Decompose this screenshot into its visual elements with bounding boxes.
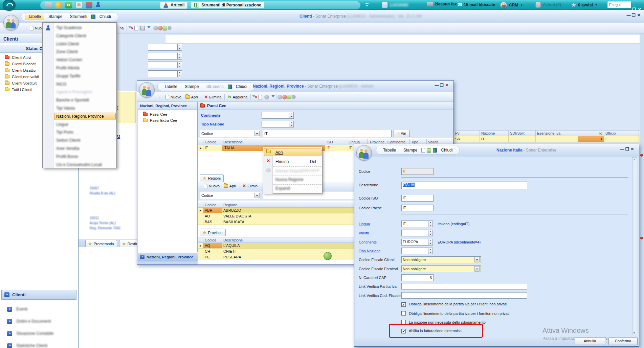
close-icon[interactable]: ✕ bbox=[444, 83, 449, 88]
menu-tabelle[interactable]: Tabelle bbox=[25, 13, 44, 20]
status-crm[interactable]: CRM ▼ bbox=[500, 2, 523, 8]
sidebar-nav-item-1[interactable]: »Eventi bbox=[2, 304, 76, 314]
menu-item[interactable]: Zone Clienti bbox=[56, 49, 78, 54]
apply-icon[interactable] bbox=[427, 148, 431, 153]
menu-strumenti[interactable]: Strumenti bbox=[66, 13, 90, 20]
valuta-field[interactable] bbox=[401, 230, 428, 236]
link-cf-field[interactable] bbox=[401, 292, 527, 299]
mail-icon[interactable]: ✉ bbox=[75, 2, 82, 8]
menu-item[interactable]: Profili Attività bbox=[56, 66, 80, 70]
overflow-arrow-icon[interactable]: ▼ bbox=[365, 3, 369, 7]
context-item-apri[interactable]: Apri bbox=[275, 150, 283, 155]
menu-item[interactable]: Banche e Sportelli bbox=[56, 98, 89, 102]
cf-clienti-select[interactable]: Non obbligare▼ bbox=[401, 256, 481, 263]
menu-chiudi[interactable]: Chiudi bbox=[232, 83, 251, 90]
aggiorna-button-clipped[interactable]: na bbox=[117, 25, 126, 31]
continente-link[interactable]: Continente bbox=[359, 240, 377, 244]
menu-item[interactable]: Categorie Clienti bbox=[56, 33, 86, 38]
sidebar-nav-item-4[interactable]: »Statistiche Clienti bbox=[2, 341, 76, 348]
clienti-window-controls[interactable]: —❐✕ bbox=[626, 13, 641, 18]
page-icon[interactable] bbox=[134, 26, 138, 30]
alert-icon[interactable] bbox=[55, 2, 62, 8]
tipo-nazione-field[interactable] bbox=[262, 121, 289, 127]
pause-icon[interactable]: ▮▮ bbox=[65, 2, 72, 8]
nuovo-button[interactable]: Nuovo bbox=[163, 94, 183, 100]
panel-icon[interactable] bbox=[287, 95, 291, 99]
filter-clear-icon[interactable]: ✕ bbox=[128, 26, 132, 30]
menu-tabelle[interactable]: Tabelle bbox=[380, 146, 399, 154]
regioni-nuovo-button[interactable]: Nuovo bbox=[202, 183, 222, 189]
menu-item[interactable]: Aree Vendita bbox=[56, 146, 80, 151]
lingua-field[interactable]: IT bbox=[401, 221, 428, 227]
continente-spinner[interactable]: ▴▾ bbox=[289, 112, 294, 119]
menu-stampe[interactable]: Stampe bbox=[45, 13, 66, 20]
cf-fornitori-select[interactable]: Non obbligare▼ bbox=[401, 265, 481, 272]
valuta-link[interactable]: Valuta bbox=[359, 231, 369, 235]
status-fax[interactable]: Nessun fax bbox=[427, 2, 457, 6]
menu-item[interactable]: Lingue bbox=[56, 122, 68, 127]
scroll-up-icon[interactable]: ▴ bbox=[634, 158, 635, 161]
menu-item[interactable]: Usi e Consuetudini Locali bbox=[56, 162, 102, 167]
search-column-select[interactable]: Codice▼ bbox=[200, 130, 261, 137]
regioni-elimina-button[interactable]: ✕Elimin bbox=[240, 183, 260, 189]
sidebar-nav-clienti[interactable]: »Clienti bbox=[1, 290, 76, 300]
export-icon[interactable] bbox=[158, 26, 163, 30]
stamp-icon[interactable] bbox=[264, 95, 269, 99]
apri-button[interactable]: Apri bbox=[183, 94, 200, 100]
menu-item-nazioni-regioni-province[interactable]: Nazioni, Regioni, Province bbox=[56, 114, 104, 119]
filter-icon[interactable] bbox=[271, 95, 275, 99]
tipo-nazione-link[interactable]: Tipo Nazione bbox=[359, 249, 380, 253]
articoli-button[interactable]: Articoli bbox=[160, 1, 187, 9]
caratteri-cap-field[interactable]: 0 bbox=[401, 274, 434, 281]
continente-spinner[interactable]: ▴▾ bbox=[428, 239, 433, 246]
checkbox-row-piva-clienti[interactable]: Obbliga l'inserimento della partita iva … bbox=[401, 302, 507, 307]
context-apri-highlight[interactable] bbox=[264, 148, 321, 156]
vai-button[interactable]: ϟ Vai bbox=[394, 130, 410, 137]
menu-stampe[interactable]: Stampe bbox=[400, 146, 421, 154]
menu-item[interactable]: Vettori Corrieri bbox=[56, 57, 82, 62]
menu-item[interactable]: Profili Borse bbox=[56, 154, 78, 159]
status-mail[interactable]: ✉ 15 mail bloccate bbox=[458, 2, 495, 8]
globe-icon[interactable] bbox=[153, 26, 158, 30]
page-icon[interactable] bbox=[421, 148, 425, 153]
tipo-nazione-spinner[interactable]: ▴▾ bbox=[289, 121, 294, 127]
lingua-spinner[interactable]: ▴▾ bbox=[428, 221, 433, 227]
lingua-link[interactable]: Lingua bbox=[359, 222, 370, 226]
menu-item[interactable]: Gruppi Tariffe bbox=[56, 74, 81, 78]
obbliga-piva-clienti-checkbox[interactable] bbox=[401, 302, 406, 307]
form-scrollbar[interactable]: ▴ ▾ bbox=[632, 157, 637, 335]
close-icon[interactable]: ✕ bbox=[630, 147, 635, 152]
context-item-elimina[interactable]: Elimina bbox=[275, 159, 289, 164]
maximize-icon[interactable]: ❐ bbox=[631, 13, 636, 18]
regioni-column-select[interactable]: Codice▼ bbox=[200, 192, 261, 199]
map-icon[interactable] bbox=[86, 2, 92, 8]
checkbox-row-piva-fornitori[interactable]: Obbliga l'inserimento della partita iva … bbox=[401, 311, 509, 316]
tab-promemoria[interactable]: ★Promemoria bbox=[85, 240, 117, 247]
minimize-icon[interactable]: — bbox=[626, 13, 631, 18]
obbliga-piva-fornitori-checkbox[interactable] bbox=[401, 311, 406, 316]
save-green-icon[interactable] bbox=[324, 252, 332, 260]
link-piva-field[interactable] bbox=[401, 283, 527, 289]
menu-item[interactable]: Tipi Porto bbox=[56, 130, 73, 135]
status-user[interactable]: LUCIANO bbox=[382, 2, 408, 8]
nazione-window-controls[interactable]: —❐✕ bbox=[620, 147, 635, 152]
tab-destinazioni[interactable]: ★Destin bbox=[119, 240, 139, 247]
tab-province[interactable]: ★Province bbox=[200, 229, 226, 236]
aggiorna-button[interactable]: ↻Aggiorna bbox=[226, 94, 249, 100]
menu-tabelle[interactable]: Tabelle bbox=[161, 83, 181, 90]
continente-field[interactable]: EUROPA bbox=[401, 239, 428, 246]
tipo-nazione-link[interactable]: Tipo Nazione bbox=[201, 122, 224, 126]
panel-item-paesi-extra-cee[interactable]: Paesi Extra-Cee bbox=[138, 117, 197, 123]
menu-stampe[interactable]: Stampe bbox=[181, 83, 202, 90]
strumenti-personalizzazione-button[interactable]: Strumenti di Personalizzazione bbox=[191, 2, 264, 8]
filter-icon[interactable] bbox=[147, 26, 151, 30]
printer-icon[interactable] bbox=[140, 26, 145, 30]
page-icon[interactable] bbox=[258, 95, 262, 99]
sidebar-nav-item-3[interactable]: »Situazione Contabile bbox=[2, 329, 76, 338]
tipo-nazione-field[interactable] bbox=[401, 248, 428, 254]
esegui-input[interactable] bbox=[607, 1, 631, 8]
codice-iso-field[interactable]: IT bbox=[401, 195, 434, 202]
globe-icon[interactable] bbox=[277, 95, 282, 99]
valuta-spinner[interactable]: ▴▾ bbox=[428, 230, 433, 236]
continente-link[interactable]: Continente bbox=[201, 113, 220, 117]
